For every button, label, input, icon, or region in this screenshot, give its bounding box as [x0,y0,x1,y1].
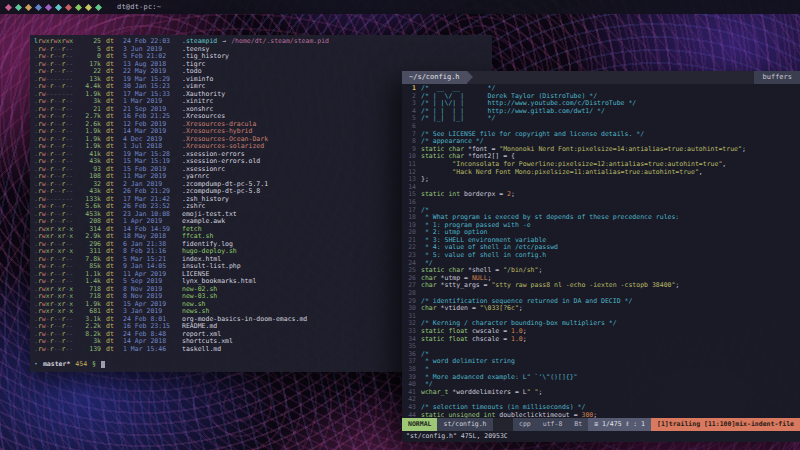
code-line[interactable]: 12 "Hack Nerd Font Mono:pixelsize=11:ant… [402,169,800,177]
file-name: taskell.md [182,346,221,354]
code-text: "Hack Nerd Font Mono:pixelsize=11:antial… [421,169,703,177]
status-segment: [1]trailing [11:100]mix-indent-file [651,418,800,431]
status-segment: st/config.h [437,418,492,431]
code-line[interactable]: 41wchar_t *worddelimiters = L" "; [402,389,800,397]
code-line[interactable]: 35 [402,343,800,351]
status-segment: NORMAL [402,418,437,431]
code-text: static float chscale = 1.0; [421,336,527,344]
link-arrow-icon: → [222,38,226,46]
top-status-bar: dt@dt-pc:~ [0,0,800,14]
statusline-left: NORMALst/config.h [402,418,493,431]
git-branch-icon: • [34,360,38,368]
code-line[interactable]: 37 * word delimiter string [402,358,800,366]
editor-statusline: NORMALst/config.h cpputf-8Bt≡ 1/475 ℓ : … [402,418,800,431]
statusline-spacer [493,418,513,431]
code-text: char *vtiden = "\033[?6c"; [421,305,523,313]
workspace-icon[interactable] [55,3,62,10]
code-line[interactable]: 15static int borderpx = 2; [402,191,800,199]
file-owner: dt [106,346,118,354]
code-text: * word delimiter string [421,358,515,366]
file-date: 1 Mar 15:46 [123,346,177,354]
code-line[interactable]: 5/* |_| |_| */ [402,115,800,123]
workspace-icon[interactable] [15,3,22,10]
status-segment: cpp [513,418,537,431]
statusline-right: cpputf-8Bt≡ 1/475 ℓ : 1[1]trailing [11:1… [513,418,800,431]
editor-window[interactable]: ~/s/config.h buffers 1/* __ __ */2/* | \… [402,71,800,442]
code-line[interactable]: 23 * 5: value of shell in config.h [402,252,800,260]
file-row: lrwxrwxrwx25dt24 Feb 22:03.steampid→/hom… [34,38,488,46]
code-line[interactable]: 27char *stty_args = "stty raw pass8 nl -… [402,282,800,290]
code-line[interactable]: 16 [402,199,800,207]
status-segment: ≡ 1/475 ℓ : 1 [588,418,651,431]
git-branch-label: master* [43,360,70,368]
editor-tabline: ~/s/config.h buffers [402,71,800,84]
link-target: /home/dt/.steam/steam.pid [231,38,329,46]
code-text: /* |_| |_| */ [421,115,495,123]
code-text: wchar_t *worddelimiters = L" "; [421,389,542,397]
code-text: * More advanced example: L" `'\"()[]{}" [421,374,578,382]
status-segment: Bt [568,418,588,431]
workspace-icon[interactable] [45,3,52,10]
workspace-icon[interactable] [5,3,12,10]
command-line[interactable]: "st/config.h" 475L, 20953C [402,431,800,442]
workspace-icon[interactable] [75,3,82,10]
prompt-count: 454 [75,360,87,368]
code-line[interactable]: 39 * More advanced example: L" `'\"()[]{… [402,374,800,382]
file-row: .rw-r--r--5dt3 Jun 2019.teensy [34,46,488,54]
code-text: char *stty_args = "stty raw pass8 nl -ec… [421,282,679,290]
workspace-icon[interactable] [85,3,92,10]
code-text: }; [421,176,429,184]
workspace-icon[interactable] [25,3,32,10]
file-row: .rw-r--r--0dt5 Feb 21:02.tig_history [34,53,488,61]
workspace-icon[interactable] [65,3,72,10]
buffers-label[interactable]: buffers [754,71,800,84]
code-text: * 5: value of shell in config.h [421,252,546,260]
file-size: 139 [79,346,101,354]
tabline-spacer [473,71,755,84]
window-title: dt@dt-pc:~ [117,3,161,11]
workspace-icons [6,5,101,10]
desktop-wallpaper: dt@dt-pc:~ lrwxrwxrwx25dt24 Feb 22:03.st… [0,0,800,450]
code-line[interactable]: 34static float chscale = 1.0; [402,336,800,344]
code-area[interactable]: 1/* __ __ */2/* | \/ | Derek Taylor (Dis… [402,84,800,418]
code-text: static int borderpx = 2; [421,191,515,199]
file-permissions: .rw-r--r-- [34,346,74,354]
workspace-icon[interactable] [95,3,102,10]
tab-config-h[interactable]: ~/s/config.h [402,71,467,84]
workspace-icon[interactable] [35,3,42,10]
prompt-sign: § [92,360,96,368]
code-line[interactable]: 30char *vtiden = "\033[?6c"; [402,305,800,313]
code-line[interactable]: 13}; [402,176,800,184]
status-segment: utf-8 [537,418,569,431]
tab-label: ~/s/config.h [409,73,460,81]
file-row: .rw-r--r--17kdt13 Aug 2018.tigrc [34,61,488,69]
terminal-cursor [101,361,105,368]
